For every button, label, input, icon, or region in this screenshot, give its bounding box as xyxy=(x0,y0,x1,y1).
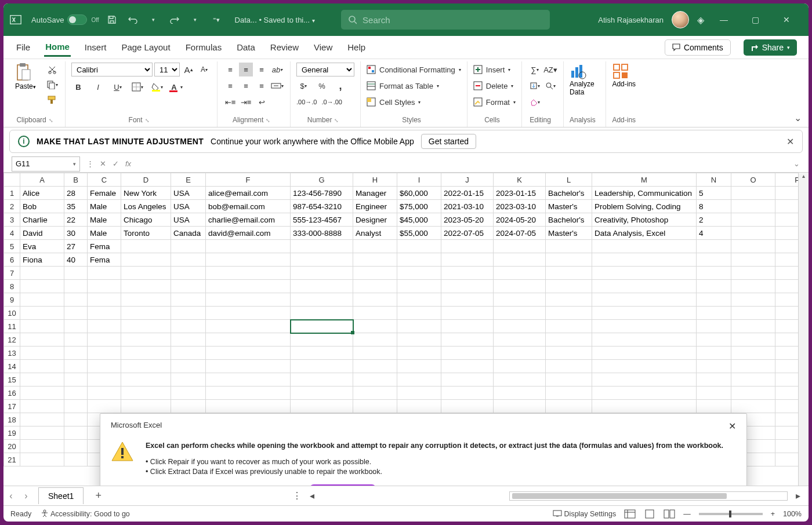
cell-J3[interactable]: 2023-05-20 xyxy=(441,213,494,227)
cell-M11[interactable] xyxy=(592,320,697,333)
cell-D17[interactable] xyxy=(121,400,171,413)
cell-B4[interactable]: 30 xyxy=(64,227,88,240)
cell-A18[interactable] xyxy=(20,413,64,426)
cell-C4[interactable]: Male xyxy=(88,227,121,240)
cell-D6[interactable] xyxy=(121,253,171,267)
cell-L3[interactable]: Bachelor's xyxy=(546,213,592,227)
zoom-out-button[interactable]: — xyxy=(683,510,691,518)
cell-N9[interactable] xyxy=(697,293,731,307)
sheet-nav-left-icon[interactable]: ‹ xyxy=(3,491,19,501)
maximize-button[interactable]: ▢ xyxy=(744,8,767,31)
cell-H2[interactable]: Engineer xyxy=(353,200,397,213)
enter-formula-icon[interactable]: ✓ xyxy=(109,159,122,168)
cell-N14[interactable] xyxy=(697,360,731,373)
cell-E17[interactable] xyxy=(171,400,206,413)
cell-H10[interactable] xyxy=(353,307,397,320)
zoom-in-button[interactable]: + xyxy=(771,510,775,518)
cell-G11[interactable] xyxy=(291,320,353,333)
align-bottom-button[interactable]: ≡ xyxy=(255,63,269,76)
cell-J12[interactable] xyxy=(441,333,494,347)
tab-home[interactable]: Home xyxy=(44,38,71,57)
cell-I15[interactable] xyxy=(397,373,441,387)
cell-G12[interactable] xyxy=(291,333,353,347)
cell-N17[interactable] xyxy=(697,400,731,413)
cell-A6[interactable]: Fiona xyxy=(20,253,64,267)
cell-F4[interactable]: david@email.com xyxy=(206,227,291,240)
cell-C12[interactable] xyxy=(88,333,121,347)
cell-M17[interactable] xyxy=(592,400,697,413)
col-header-O[interactable]: O xyxy=(731,173,775,187)
cell-M16[interactable] xyxy=(592,387,697,400)
cell-F8[interactable] xyxy=(206,280,291,293)
cell-F15[interactable] xyxy=(206,373,291,387)
cell-L7[interactable] xyxy=(546,267,592,280)
cell-E3[interactable]: USA xyxy=(171,213,206,227)
cell-L13[interactable] xyxy=(546,347,592,360)
tab-page-layout[interactable]: Page Layout xyxy=(120,39,171,56)
cell-J6[interactable] xyxy=(441,253,494,267)
cell-N4[interactable]: 4 xyxy=(697,227,731,240)
merge-button[interactable]: ▾ xyxy=(270,79,284,93)
hscroll-left-icon[interactable]: ◂ xyxy=(310,490,314,501)
cell-N1[interactable]: 5 xyxy=(697,187,731,200)
cell-H5[interactable] xyxy=(353,240,397,253)
col-header-A[interactable]: A xyxy=(20,173,64,187)
cell-I16[interactable] xyxy=(397,387,441,400)
cell-B10[interactable] xyxy=(64,307,88,320)
dialog-close-button[interactable]: ✕ xyxy=(728,421,736,432)
cell-D13[interactable] xyxy=(121,347,171,360)
cell-H16[interactable] xyxy=(353,387,397,400)
cell-A11[interactable] xyxy=(20,320,64,333)
analyze-data-button[interactable]: Analyze Data xyxy=(570,63,597,100)
cell-D11[interactable] xyxy=(121,320,171,333)
cell-B17[interactable] xyxy=(64,400,88,413)
cell-C15[interactable] xyxy=(88,373,121,387)
cell-K8[interactable] xyxy=(494,280,546,293)
cell-J5[interactable] xyxy=(441,240,494,253)
col-header-L[interactable]: L xyxy=(546,173,592,187)
cell-O5[interactable] xyxy=(731,240,775,253)
user-avatar[interactable] xyxy=(672,11,689,28)
cell-J14[interactable] xyxy=(441,360,494,373)
cell-B1[interactable]: 28 xyxy=(64,187,88,200)
cut-button[interactable] xyxy=(45,63,59,76)
cell-G5[interactable] xyxy=(291,240,353,253)
row-header-3[interactable]: 3 xyxy=(4,213,20,227)
cell-H14[interactable] xyxy=(353,360,397,373)
cell-B6[interactable]: 40 xyxy=(64,253,88,267)
cell-E12[interactable] xyxy=(171,333,206,347)
cell-H17[interactable] xyxy=(353,400,397,413)
cell-F9[interactable] xyxy=(206,293,291,307)
view-page-layout-button[interactable] xyxy=(644,509,655,519)
cell-O16[interactable] xyxy=(731,387,775,400)
cell-I13[interactable] xyxy=(397,347,441,360)
align-right-button[interactable]: ≡ xyxy=(255,79,269,93)
cell-C2[interactable]: Male xyxy=(88,200,121,213)
cell-K4[interactable]: 2024-07-05 xyxy=(494,227,546,240)
cell-E14[interactable] xyxy=(171,360,206,373)
col-header-G[interactable]: G xyxy=(291,173,353,187)
cell-H12[interactable] xyxy=(353,333,397,347)
cell-O7[interactable] xyxy=(731,267,775,280)
col-header-C[interactable]: C xyxy=(88,173,121,187)
row-header-14[interactable]: 14 xyxy=(4,360,20,373)
cell-O3[interactable] xyxy=(731,213,775,227)
cell-N5[interactable] xyxy=(697,240,731,253)
cell-O8[interactable] xyxy=(731,280,775,293)
cell-O15[interactable] xyxy=(731,373,775,387)
cell-K14[interactable] xyxy=(494,360,546,373)
cell-L14[interactable] xyxy=(546,360,592,373)
cell-F10[interactable] xyxy=(206,307,291,320)
cell-F1[interactable]: alice@email.com xyxy=(206,187,291,200)
col-header-D[interactable]: D xyxy=(121,173,171,187)
cell-E4[interactable]: Canada xyxy=(171,227,206,240)
search-input[interactable] xyxy=(362,15,543,25)
cell-N15[interactable] xyxy=(697,373,731,387)
cell-O6[interactable] xyxy=(731,253,775,267)
cell-D1[interactable]: New York xyxy=(121,187,171,200)
cell-O9[interactable] xyxy=(731,293,775,307)
cell-I4[interactable]: $55,000 xyxy=(397,227,441,240)
cell-D9[interactable] xyxy=(121,293,171,307)
cell-O17[interactable] xyxy=(731,400,775,413)
cell-A17[interactable] xyxy=(20,400,64,413)
